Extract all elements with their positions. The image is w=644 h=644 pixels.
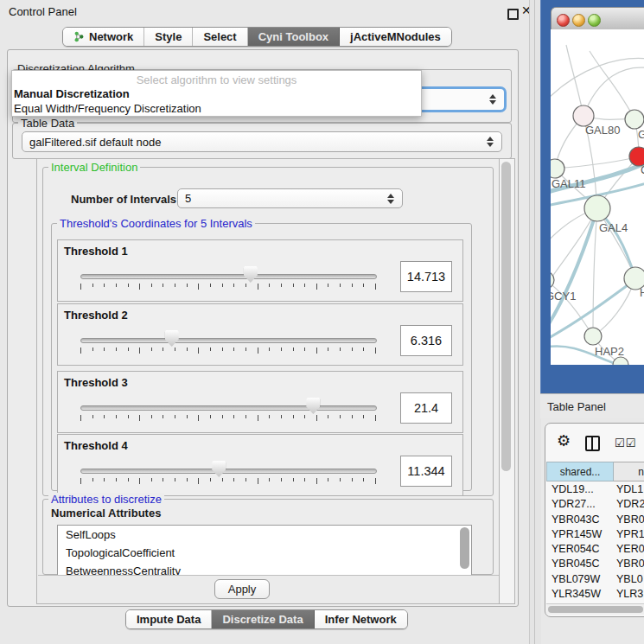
algorithm-option-equal-width[interactable]: Equal Width/Frequency Discretization [12, 101, 421, 116]
network-node[interactable] [625, 110, 644, 129]
shared-name-cell[interactable]: YDR27... [552, 498, 596, 510]
slider-tick [245, 415, 246, 418]
slider-tick [269, 478, 270, 481]
table-row[interactable]: YDR27...YDR2 [546, 497, 644, 512]
shared-name-cell[interactable]: YBR045C [552, 558, 600, 570]
threshold-value-field[interactable]: 6.316 [400, 325, 452, 356]
column-header-shared-name[interactable]: shared... [546, 462, 614, 481]
threshold-value-field[interactable]: 11.344 [400, 456, 452, 487]
network-node[interactable] [551, 159, 564, 178]
slider-tick [375, 348, 376, 354]
slider-tick [316, 478, 317, 484]
parameters-scrollbar[interactable] [499, 158, 515, 604]
table-row[interactable]: YLR345WYLR3 [546, 587, 644, 602]
apply-bar: Apply [38, 575, 499, 603]
slider-tick [139, 348, 140, 354]
attribute-list-item[interactable]: SelfLoops [58, 526, 471, 544]
slider-tick [258, 348, 258, 354]
slider-tick [80, 478, 81, 484]
slider-track[interactable] [80, 274, 377, 279]
slider-tick [304, 348, 305, 351]
shared-name-cell[interactable]: YLR345W [552, 588, 601, 600]
tab-discretize-data[interactable]: Discretize Data [212, 610, 314, 628]
tab-select[interactable]: Select [193, 28, 247, 46]
name-cell[interactable]: YPR1 [616, 528, 644, 540]
apply-button[interactable]: Apply [214, 579, 270, 599]
name-cell[interactable]: YER0 [616, 543, 644, 555]
threshold-label: Threshold 3 [64, 376, 128, 389]
threshold-panel: Threshold 4-3.4262.8599.14415.4321.71528… [57, 434, 463, 496]
table-hscrollbar[interactable] [546, 603, 644, 615]
tab-network[interactable]: Network [63, 28, 144, 46]
shared-name-cell[interactable]: YDL19... [552, 483, 594, 495]
network-node[interactable] [584, 195, 610, 221]
slider-thumb[interactable] [212, 461, 226, 477]
shared-name-cell[interactable]: YBL079W [552, 573, 600, 585]
slider-tick [258, 478, 258, 484]
slider-tick [258, 415, 258, 421]
table-data-selected-value: galFiltered.sif default node [29, 136, 161, 149]
tab-impute-data[interactable]: Impute Data [126, 610, 212, 628]
algorithm-option-manual[interactable]: Manual Discretization [12, 86, 421, 101]
close-traffic-light[interactable] [557, 14, 570, 27]
shared-name-cell[interactable]: YBR043C [552, 513, 600, 526]
name-cell[interactable]: YLR3 [616, 588, 643, 600]
slider-tick [175, 284, 175, 287]
table-data-combobox[interactable]: galFiltered.sif default node [22, 131, 502, 152]
slider-tick [139, 478, 140, 484]
attributes-list-scrollbar[interactable] [460, 527, 469, 569]
num-intervals-combobox[interactable]: 5 [177, 188, 403, 208]
table-row[interactable]: YDL19...YDL1 [546, 482, 644, 497]
tab-jactivemnodules-label: jActiveMNodules [350, 30, 441, 43]
slider-thumb[interactable] [306, 398, 320, 414]
parameters-scrollbar-thumb[interactable] [501, 162, 511, 471]
tab-style-label: Style [155, 30, 182, 43]
minimize-traffic-light[interactable] [572, 14, 585, 27]
slider-tick [104, 348, 105, 351]
split-view-icon[interactable] [585, 436, 600, 451]
network-node[interactable] [613, 357, 628, 365]
slider-tick [352, 284, 353, 287]
parameters-scroll-panel: Interval Definition Number of Intervals … [36, 158, 501, 604]
tab-cyni-toolbox[interactable]: Cyni Toolbox [248, 28, 340, 46]
network-node[interactable] [584, 328, 602, 345]
table-row[interactable]: YPR145WYPR1 [546, 527, 644, 542]
column-header-name[interactable]: na [614, 462, 644, 481]
table-hscrollbar-thumb[interactable] [548, 606, 643, 613]
slider-tick [352, 348, 353, 351]
table-row[interactable]: YBL079WYBL0 [546, 572, 644, 587]
numerical-attributes-list[interactable]: SelfLoopsTopologicalCoefficientBetweenne… [57, 525, 472, 579]
name-cell[interactable]: YBR0 [616, 558, 644, 570]
threshold-value-field[interactable]: 21.4 [400, 392, 452, 424]
zoom-traffic-light[interactable] [588, 14, 601, 27]
table-row[interactable]: YBR045CYBR0 [546, 557, 644, 571]
threshold-value-field[interactable]: 14.713 [400, 261, 452, 292]
table-row[interactable]: YBR043CYBR0 [546, 513, 644, 527]
attribute-list-item[interactable]: TopologicalCoefficient [58, 544, 471, 562]
slider-track[interactable] [80, 469, 377, 474]
slider-track[interactable] [80, 405, 377, 411]
name-cell[interactable]: YDR2 [616, 498, 644, 510]
gear-icon[interactable]: ⚙ [557, 433, 571, 449]
table-row[interactable]: YER054CYER0 [546, 542, 644, 557]
slider-tick [198, 415, 199, 421]
shared-name-cell[interactable]: YER054C [552, 543, 600, 555]
tab-infer-network[interactable]: Infer Network [315, 610, 407, 628]
shared-name-cell[interactable]: YPR145W [552, 528, 602, 540]
slider-tick [210, 478, 211, 481]
name-cell[interactable]: YBR0 [616, 513, 644, 526]
slider-track[interactable] [80, 338, 377, 343]
slider-tick [128, 348, 129, 351]
name-cell[interactable]: YBL0 [616, 573, 643, 585]
network-window-titlebar[interactable] [551, 7, 644, 31]
tab-style[interactable]: Style [144, 28, 193, 46]
name-cell[interactable]: YDL1 [616, 483, 643, 495]
network-canvas[interactable]: GAL80GCGAL11GAL4GCY1HHAP2 [551, 29, 644, 365]
checkbox-icons[interactable]: ☑☑ [615, 437, 636, 450]
tab-jactivemnodules[interactable]: jActiveMNodules [340, 28, 451, 46]
slider-thumb[interactable] [244, 266, 258, 283]
float-window-icon[interactable] [507, 9, 519, 20]
panel-divider[interactable] [529, 0, 541, 644]
slider-thumb[interactable] [165, 330, 179, 347]
slider-tick [198, 348, 199, 354]
